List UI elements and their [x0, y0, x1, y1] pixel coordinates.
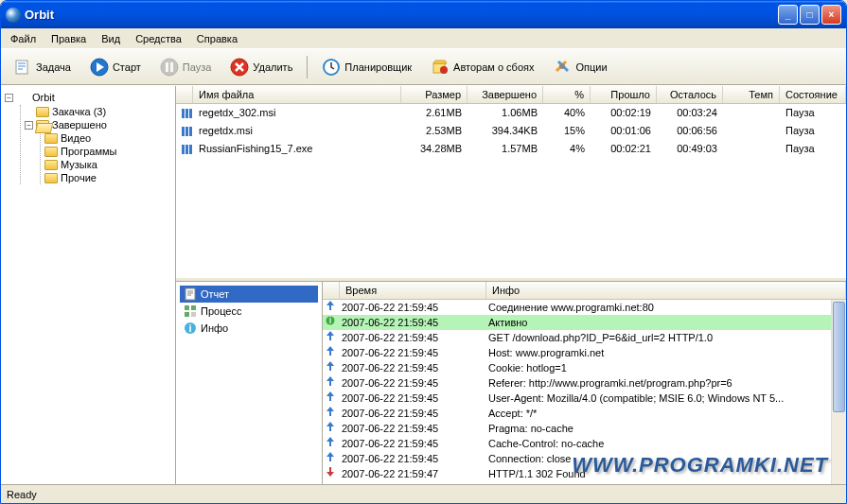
delete-button[interactable]: Удалить: [221, 53, 301, 81]
log-row[interactable]: 2007-06-22 21:59:45 User-Agent: Mozilla/…: [323, 391, 831, 406]
cell-remain: 00:49:03: [657, 142, 723, 156]
cell-filename: regetdx_302.msi: [193, 106, 401, 120]
options-button[interactable]: Опции: [544, 53, 615, 81]
cell-size: 2.61MB: [401, 106, 468, 120]
log-row[interactable]: 2007-06-22 21:59:45 Referer: http://www.…: [323, 375, 831, 391]
table-header: Имя файла Размер Завершено % Прошло Оста…: [176, 86, 846, 104]
log-row[interactable]: 2007-06-22 21:59:45 Cookie: hotlog=1: [323, 360, 831, 375]
col-filename[interactable]: Имя файла: [193, 86, 401, 103]
collapse-icon[interactable]: −: [5, 94, 13, 102]
tree-programs[interactable]: Программы: [44, 145, 171, 158]
pause-button[interactable]: Пауза: [151, 53, 221, 81]
log-row[interactable]: 2007-06-22 21:59:45 Host: www.programki.…: [323, 345, 831, 360]
titlebar[interactable]: Orbit _ □ ×: [1, 1, 846, 28]
svg-text:i: i: [329, 316, 331, 325]
maximize-button[interactable]: □: [800, 5, 820, 25]
cell-state: Пауза: [780, 106, 846, 120]
log-row[interactable]: 2007-06-22 21:59:45 GET /download.php?ID…: [323, 330, 831, 345]
log-row[interactable]: 2007-06-22 21:59:45 Accept: */*: [323, 406, 831, 421]
cell-time: 2007-06-22 21:59:45: [336, 452, 483, 465]
arrow-up-icon: [323, 437, 336, 450]
menu-edit[interactable]: Правка: [44, 30, 94, 47]
minimize-button[interactable]: _: [778, 5, 798, 25]
start-button[interactable]: Старт: [81, 53, 150, 81]
cell-done: 394.34KB: [468, 124, 543, 138]
svg-rect-11: [185, 109, 188, 118]
delete-icon: [230, 58, 249, 77]
new-icon: [13, 58, 32, 77]
col-remain[interactable]: Осталось: [657, 86, 723, 103]
col-done[interactable]: Завершено: [468, 86, 543, 103]
svg-rect-13: [182, 127, 185, 136]
log-row[interactable]: 2007-06-22 21:59:45 Pragma: no-cache: [323, 421, 831, 436]
table-row[interactable]: regetdx.msi 2.53MB 394.34KB 15% 00:01:06…: [176, 122, 846, 140]
cell-time: 2007-06-22 21:59:45: [336, 376, 483, 390]
cell-time: 2007-06-22 21:59:45: [336, 391, 483, 405]
arrow-up-icon: [323, 407, 336, 420]
close-button[interactable]: ×: [821, 5, 841, 25]
scrollbar[interactable]: [831, 300, 846, 484]
log-row[interactable]: i 2007-06-22 21:59:45 Активно: [323, 315, 831, 330]
cell-info: Accept: */*: [483, 407, 831, 420]
bugreport-button[interactable]: Авторам о сбоях: [422, 53, 542, 81]
table-row[interactable]: regetdx_302.msi 2.61MB 1.06MB 40% 00:02:…: [176, 104, 846, 122]
tree-music[interactable]: Музыка: [44, 158, 171, 171]
cell-time: 2007-06-22 21:59:45: [336, 361, 483, 374]
pause-file-icon: [182, 144, 193, 155]
svg-rect-3: [166, 62, 168, 72]
svg-rect-15: [189, 127, 192, 136]
col-time[interactable]: Время: [340, 282, 486, 299]
play-icon: [90, 58, 109, 77]
tree-downloads[interactable]: Закачка (3): [25, 105, 171, 118]
pause-file-icon: [182, 108, 193, 119]
doc-icon: [184, 287, 197, 301]
col-speed[interactable]: Темп: [723, 86, 780, 103]
log-row[interactable]: 2007-06-22 21:59:45 Cache-Control: no-ca…: [323, 436, 831, 451]
cell-size: 34.28MB: [401, 142, 468, 156]
arrow-up-icon: [323, 331, 336, 344]
pause-icon: [160, 58, 179, 77]
tree-completed[interactable]: −Завершено: [25, 118, 171, 131]
tree-other[interactable]: Прочие: [44, 171, 171, 184]
scroll-thumb[interactable]: [833, 302, 845, 412]
collapse-icon[interactable]: −: [25, 121, 33, 130]
arrow-up-icon: [323, 346, 336, 359]
tab-process[interactable]: Процесс: [180, 303, 318, 320]
tab-report[interactable]: Отчет: [180, 286, 318, 303]
cell-info: Referer: http://www.programki.net/progra…: [483, 376, 831, 390]
cell-info: Cookie: hotlog=1: [483, 361, 831, 374]
tab-info[interactable]: iИнфо: [180, 320, 318, 337]
statusbar: Ready: [1, 484, 846, 503]
svg-rect-10: [182, 109, 185, 118]
col-percent[interactable]: %: [543, 86, 591, 103]
cell-speed: [723, 124, 780, 138]
table-row[interactable]: RussianFishing15_7.exe 34.28MB 1.57MB 4%…: [176, 140, 846, 158]
cell-time: 2007-06-22 21:59:45: [336, 407, 483, 420]
window-title: Orbit: [25, 8, 778, 22]
log-row[interactable]: 2007-06-22 21:59:45 Соединение www.progr…: [323, 300, 831, 315]
cell-filename: RussianFishing15_7.exe: [193, 142, 401, 156]
scheduler-button[interactable]: Планировщик: [313, 53, 420, 81]
menu-tools[interactable]: Средства: [128, 30, 189, 47]
info-icon: i: [184, 322, 197, 335]
col-elapsed[interactable]: Прошло: [591, 86, 657, 103]
col-size[interactable]: Размер: [401, 86, 468, 103]
svg-point-9: [559, 63, 565, 69]
arrow-down-icon: [323, 467, 336, 480]
menu-help[interactable]: Справка: [189, 30, 245, 47]
cell-remain: 00:06:56: [657, 124, 723, 138]
cell-pct: 40%: [543, 106, 591, 120]
col-info[interactable]: Инфо: [486, 282, 846, 299]
tree-video[interactable]: Видео: [44, 131, 171, 145]
cell-info: GET /download.php?ID_P=6&id_url=2 HTTP/1…: [483, 331, 831, 344]
menu-view[interactable]: Вид: [94, 30, 128, 47]
menu-file[interactable]: Файл: [3, 30, 44, 47]
tree-root[interactable]: −Orbit: [5, 90, 171, 105]
cell-time: 2007-06-22 21:59:47: [336, 467, 483, 480]
col-state[interactable]: Состояние: [780, 86, 846, 103]
sidebar-tree[interactable]: −Orbit Закачка (3) −Завершено Видео Прог…: [1, 86, 176, 484]
cell-info: Cache-Control: no-cache: [483, 437, 831, 450]
toolbar-separator: [307, 56, 308, 78]
cell-done: 1.06MB: [468, 106, 543, 120]
new-task-button[interactable]: Задача: [5, 53, 79, 81]
